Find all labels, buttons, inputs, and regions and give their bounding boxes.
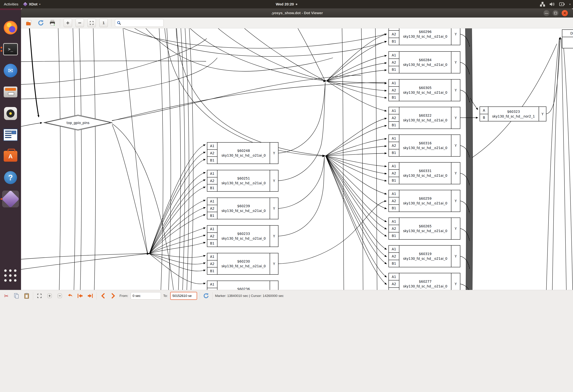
gate-node-60265[interactable]: A1A2B1$60265sky130_fd_sc_hd__o21ai_0Y: [389, 218, 460, 240]
gate-node-60248[interactable]: A1A2B1$60248sky130_fd_sc_hd__o21ai_0Y: [207, 142, 278, 164]
dock-item-rhythmbox[interactable]: [2, 105, 19, 122]
zoom-in-button[interactable]: [64, 19, 72, 27]
gate-output-port: Y: [270, 281, 278, 290]
dock-item-help[interactable]: ?: [2, 169, 19, 186]
xdot-toolbar: 1: [21, 17, 573, 28]
node-top-gpio-pins[interactable]: top_gpio_pins: [44, 115, 112, 130]
gate-input-ports: A1A2B1: [389, 52, 399, 73]
gate-output-port: Y: [270, 198, 278, 219]
gate-label: $60230sky130_fd_sc_hd__o21ai_0: [217, 253, 270, 274]
gate-output-port: Y: [451, 273, 460, 290]
gate-input-ports: A1A2B1: [207, 170, 217, 191]
fetch-right-button[interactable]: [86, 292, 94, 300]
gate-input-ports: A1A2B1: [389, 107, 399, 129]
gate-input-ports: A1A2B1: [389, 246, 399, 267]
gate-node-60316[interactable]: A1A2B1$60316sky130_fd_sc_hd__o21ai_0Y: [389, 135, 460, 157]
gate-node-60319[interactable]: A1A2B1$60319sky130_fd_sc_hd__o21ai_0Y: [389, 245, 460, 267]
fetch-left-button[interactable]: [76, 292, 84, 300]
gate-output-port: Y: [270, 170, 278, 191]
window-title: .yosys_show.dot - Dot Viewer: [271, 11, 323, 15]
gate-output-port: Y: [451, 218, 460, 239]
dock-item-ubuntu-software[interactable]: A: [2, 148, 19, 165]
gate-input-ports: A1A2B1: [207, 281, 217, 290]
gate-output-port: Y: [451, 107, 460, 129]
gnome-top-bar: Activities XDot ▾ Wed 20:20 ▾: [0, 0, 573, 8]
app-menu[interactable]: XDot ▾: [23, 2, 40, 6]
dff-d-port: D: [562, 30, 573, 37]
volume-icon: [549, 1, 555, 7]
gate-node-60323[interactable]: AB$60323sky130_fd_sc_hd__nor2_1Y: [480, 106, 546, 121]
gate-input-ports: A1A2B1: [389, 135, 399, 156]
search-box[interactable]: [115, 19, 164, 27]
open-file-button[interactable]: [25, 19, 33, 27]
dock-item-libreoffice-writer[interactable]: [2, 126, 19, 143]
gate-label: $60277sky130_fd_sc_hd__o21ai_0: [399, 273, 451, 290]
print-button[interactable]: [48, 19, 56, 27]
gate-input-ports: A1A2B1: [389, 80, 399, 101]
gate-node-60236[interactable]: A1A2B1$60236sky130_fd_sc_hd__o21ai_0Y: [207, 281, 278, 290]
gate-input-ports: A1A2B1: [389, 28, 399, 45]
dock-item-thunderbird[interactable]: ✉: [2, 62, 19, 79]
gate-label: $60233sky130_fd_sc_hd__o21ai_0: [217, 226, 270, 247]
gtkwave-toolbar: ✂ From:: [0, 290, 573, 302]
marker-cursor-status: Marker: 13840010 sec | Cursor: 14260000 …: [215, 294, 284, 298]
discard-left-button[interactable]: [99, 292, 107, 300]
clock-label: Wed 20:20: [276, 2, 294, 6]
gate-label: $60305sky130_fd_sc_hd__o21ai_0: [399, 80, 451, 101]
gate-node-60277[interactable]: A1A2B1$60277sky130_fd_sc_hd__o21ai_0Y: [389, 273, 460, 290]
cut-button[interactable]: ✂: [2, 292, 10, 300]
minimize-button[interactable]: —: [543, 10, 550, 17]
battery-icon: [559, 1, 565, 7]
discard-right-button[interactable]: [109, 292, 117, 300]
dock-item-files[interactable]: [2, 84, 19, 100]
clock[interactable]: Wed 20:20: [276, 2, 297, 6]
gate-node-60296[interactable]: A1A2B1$60296sky130_fd_sc_hd__o21ai_0Y: [389, 28, 460, 45]
gate-label: $60251sky130_fd_sc_hd__o21ai_0: [217, 170, 270, 191]
gate-input-ports: A1A2B1: [389, 190, 399, 212]
gate-output-port: Y: [451, 246, 460, 267]
gate-output-port: Y: [451, 135, 460, 156]
reload-waveform-button[interactable]: [202, 292, 210, 300]
close-button[interactable]: ✕: [561, 10, 568, 17]
copy-button[interactable]: [13, 292, 20, 300]
zoom-fit-button[interactable]: [88, 19, 96, 27]
gate-output-port: Y: [451, 163, 460, 184]
dock-item-terminal[interactable]: >_: [2, 41, 19, 58]
to-label: To:: [163, 294, 168, 298]
zoom-100-button[interactable]: 1: [99, 19, 108, 27]
zoom-in-button[interactable]: [46, 292, 54, 300]
paste-button[interactable]: [23, 292, 31, 300]
zoom-out-button[interactable]: [56, 292, 64, 300]
gate-node-60251[interactable]: A1A2B1$60251sky130_fd_sc_hd__o21ai_0Y: [207, 170, 278, 192]
gate-node-60284[interactable]: A1A2B1$60284sky130_fd_sc_hd__o21ai_0Y: [389, 51, 460, 73]
from-input[interactable]: [131, 292, 161, 300]
gate-node-60233[interactable]: A1A2B1$60233sky130_fd_sc_hd__o21ai_0Y: [207, 225, 278, 247]
show-applications-button[interactable]: [4, 269, 17, 282]
gate-input-ports: A1A2B1: [389, 273, 399, 290]
gate-label: $60331sky130_fd_sc_hd__o21ai_0: [399, 163, 451, 184]
gate-node-60331[interactable]: A1A2B1$60331sky130_fd_sc_hd__o21ai_0Y: [389, 162, 460, 184]
activities-button[interactable]: Activities: [4, 2, 18, 6]
zoom-fit-button[interactable]: [36, 292, 43, 300]
zoom-out-button[interactable]: [75, 19, 84, 27]
search-input[interactable]: [123, 21, 158, 25]
maximize-button[interactable]: [552, 10, 559, 17]
window-titlebar[interactable]: .yosys_show.dot - Dot Viewer — ✕: [21, 8, 573, 17]
gate-node-60259[interactable]: A1A2B1$60259sky130_fd_sc_hd__o21ai_0Y: [389, 190, 460, 212]
gate-node-60322[interactable]: A1A2B1$60322sky130_fd_sc_hd__o21ai_0Y: [389, 107, 460, 129]
gate-node-60305[interactable]: A1A2B1$60305sky130_fd_sc_hd__o21ai_0Y: [389, 79, 460, 101]
dock-item-firefox[interactable]: [2, 19, 19, 36]
app-menu-label: XDot: [29, 2, 37, 6]
to-input[interactable]: [170, 292, 197, 300]
gate-node-60230[interactable]: A1A2B1$60230sky130_fd_sc_hd__o21ai_0Y: [207, 253, 278, 275]
reload-button[interactable]: [37, 19, 45, 27]
system-tray[interactable]: ▾: [540, 0, 571, 8]
gate-node-60239[interactable]: A1A2B1$60239sky130_fd_sc_hd__o21ai_0Y: [207, 198, 278, 219]
gate-label: $60296sky130_fd_sc_hd__o21ai_0: [399, 28, 451, 45]
gate-node-dff-partial[interactable]: D: [562, 29, 573, 48]
svg-text:top_gpio_pins: top_gpio_pins: [67, 121, 89, 125]
gate-output-port: Y: [451, 190, 460, 212]
graph-canvas[interactable]: top_gpio_pinsA1A2B1$60248sky130_fd_sc_hd…: [21, 28, 573, 290]
zoom-undo-button[interactable]: [66, 292, 74, 300]
dock-item-xdot[interactable]: [2, 190, 19, 207]
